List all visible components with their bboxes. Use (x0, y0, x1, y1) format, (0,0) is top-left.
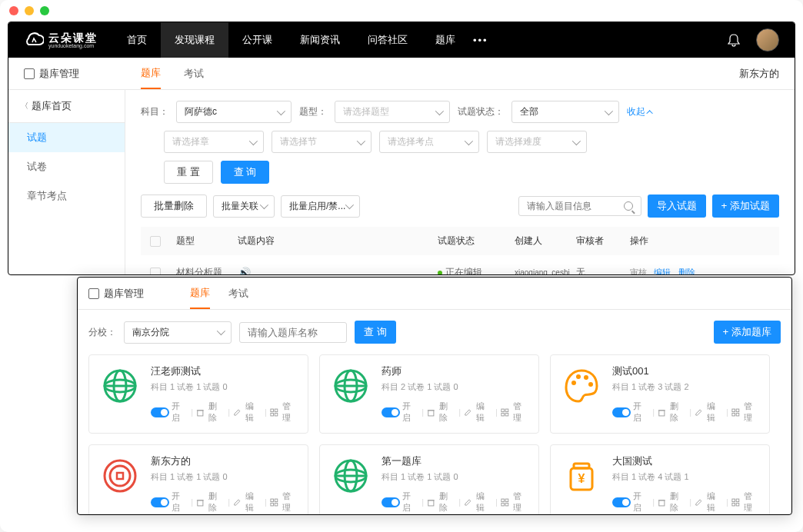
manage-link[interactable]: 管理 (282, 401, 298, 424)
svg-rect-43 (428, 500, 434, 505)
nav-item[interactable]: 问答社区 (354, 22, 421, 58)
logo[interactable]: 云朵课堂 yunduoketang.com (24, 31, 98, 49)
edit-link[interactable]: 编辑 (654, 268, 671, 274)
tab[interactable]: 考试 (184, 58, 204, 89)
sidebar-back[interactable]: 〈 题库首页 (8, 90, 125, 123)
toggle-switch[interactable] (151, 497, 169, 507)
sidebar-item[interactable]: 章节考点 (8, 181, 125, 211)
nav-more-icon[interactable]: ••• (473, 35, 488, 46)
chevron-down-icon (465, 136, 473, 145)
review-link[interactable]: 审核 (630, 268, 647, 274)
search-input[interactable] (527, 201, 619, 211)
table-row: 材料分析题 🔊 正在编辑 xiaoqiang_ceshi 无 审核 编辑 删除 (141, 255, 779, 274)
bulk-delete-button[interactable]: 批量删除 (141, 195, 207, 218)
select-all-checkbox[interactable] (150, 236, 161, 247)
maximize-icon[interactable] (40, 6, 49, 15)
edit-link[interactable]: 编辑 (245, 490, 262, 514)
bulk-toggle-select[interactable]: 批量启用/禁... (281, 195, 360, 218)
row-checkbox[interactable] (150, 268, 161, 275)
query2-button[interactable]: 查 询 (355, 321, 396, 344)
edit-link[interactable]: 编辑 (476, 401, 492, 424)
svg-rect-17 (505, 409, 508, 412)
nav-item[interactable]: 题库 (421, 22, 469, 58)
card-actions: 开启 | 删除 | 编辑 | 管理 (151, 490, 298, 514)
col-type: 题型 (176, 234, 238, 248)
delete-link[interactable]: 删除 (439, 401, 455, 424)
sidebar-item[interactable]: 试题 (8, 123, 125, 152)
bell-icon[interactable] (727, 33, 741, 47)
col-content: 试题内容 (238, 234, 438, 248)
close-icon[interactable] (9, 6, 18, 15)
query-button[interactable]: 查 询 (221, 161, 270, 184)
bank-card[interactable]: 新东方的 科目 1 试卷 1 试题 0 开启 | 删除 | 编辑 | 管理 (88, 444, 308, 515)
manage-link[interactable]: 管理 (513, 401, 529, 424)
svg-rect-52 (659, 500, 665, 505)
minimize-icon[interactable] (25, 6, 34, 15)
nav-item[interactable]: 发现课程 (161, 22, 228, 58)
subject-select[interactable]: 阿萨德c (176, 101, 292, 123)
bank-card[interactable]: 药师 科目 2 试卷 1 试题 0 开启 | 删除 | 编辑 | 管理 (319, 354, 539, 434)
difficulty-select[interactable]: 请选择难度 (487, 131, 587, 153)
edit-link[interactable]: 编辑 (707, 401, 723, 424)
cloud-icon (24, 31, 44, 49)
reset-button[interactable]: 重 置 (164, 161, 213, 184)
toggle-switch[interactable] (382, 497, 400, 507)
edit-icon (464, 498, 472, 507)
svg-rect-36 (275, 499, 278, 502)
bulk-link-select[interactable]: 批量关联 (213, 195, 275, 218)
add-bank-button[interactable]: + 添加题库 (714, 321, 781, 344)
manage-link[interactable]: 管理 (744, 490, 760, 514)
bank-card[interactable]: 第一题库 科目 1 试卷 1 试题 0 开启 | 删除 | 编辑 | 管理 (319, 444, 539, 515)
delete-link[interactable]: 删除 (208, 490, 225, 514)
grid-icon (731, 498, 740, 507)
collapse-link[interactable]: 收起 (627, 105, 653, 118)
card-title: 汪老师测试 (151, 364, 298, 378)
toggle-switch[interactable] (151, 407, 169, 417)
chevron-down-icon (435, 106, 444, 115)
manage-link[interactable]: 管理 (744, 401, 760, 424)
chevron-down-icon (217, 327, 225, 335)
tab[interactable]: 题库 (190, 278, 210, 309)
toggle-switch[interactable] (612, 407, 631, 417)
nav-item[interactable]: 新闻资讯 (286, 22, 354, 58)
delete-link[interactable]: 删除 (678, 268, 695, 274)
import-button[interactable]: 导入试题 (648, 195, 706, 218)
manage-link[interactable]: 管理 (282, 490, 298, 514)
bank-card[interactable]: 测试001 科目 1 试卷 3 试题 2 开启 | 删除 | 编辑 | 管理 (550, 354, 770, 434)
avatar[interactable] (756, 28, 779, 52)
type-select[interactable]: 请选择题型 (335, 101, 450, 123)
bank-card[interactable]: ¥ 大国测试 科目 1 试卷 4 试题 1 开启 | 删除 | 编辑 | 管理 (550, 444, 770, 515)
subject-label: 科目： (141, 105, 168, 118)
card-meta: 科目 1 试卷 1 试题 0 (382, 471, 529, 483)
nav-item[interactable]: 公开课 (228, 22, 286, 58)
manage-link[interactable]: 管理 (513, 490, 529, 514)
status-select[interactable]: 全部 (511, 101, 619, 123)
breadcrumb-right: 新东方的 (739, 67, 779, 81)
edit-link[interactable]: 编辑 (707, 490, 723, 514)
branch-select[interactable]: 南京分院 (124, 321, 232, 344)
toggle-switch[interactable] (612, 497, 631, 507)
sidebar-item[interactable]: 试卷 (8, 152, 125, 181)
delete-link[interactable]: 删除 (670, 490, 686, 514)
svg-rect-45 (501, 499, 505, 502)
delete-link[interactable]: 删除 (208, 401, 225, 424)
chapter-select[interactable]: 请选择章 (164, 131, 264, 153)
point-select[interactable]: 请选择考点 (379, 131, 479, 153)
delete-link[interactable]: 删除 (439, 490, 455, 514)
bank-card[interactable]: 汪老师测试 科目 1 试卷 1 试题 0 开启 | 删除 | 编辑 | 管理 (88, 354, 308, 434)
chevron-down-icon (249, 136, 258, 145)
tab[interactable]: 考试 (228, 278, 248, 309)
search-box[interactable] (518, 196, 641, 216)
toggle-switch[interactable] (382, 407, 400, 417)
nav-item[interactable]: 首页 (113, 22, 161, 58)
svg-text:¥: ¥ (578, 472, 585, 485)
bank-search-input[interactable] (239, 322, 347, 343)
tab[interactable]: 题库 (141, 58, 161, 89)
edit-link[interactable]: 编辑 (476, 490, 492, 514)
delete-link[interactable]: 删除 (670, 401, 686, 424)
edit-link[interactable]: 编辑 (245, 401, 262, 424)
section-select[interactable]: 请选择节 (272, 131, 372, 153)
add-question-button[interactable]: + 添加试题 (712, 195, 780, 218)
col-creator: 创建人 (515, 234, 576, 248)
edit-icon (464, 408, 472, 417)
